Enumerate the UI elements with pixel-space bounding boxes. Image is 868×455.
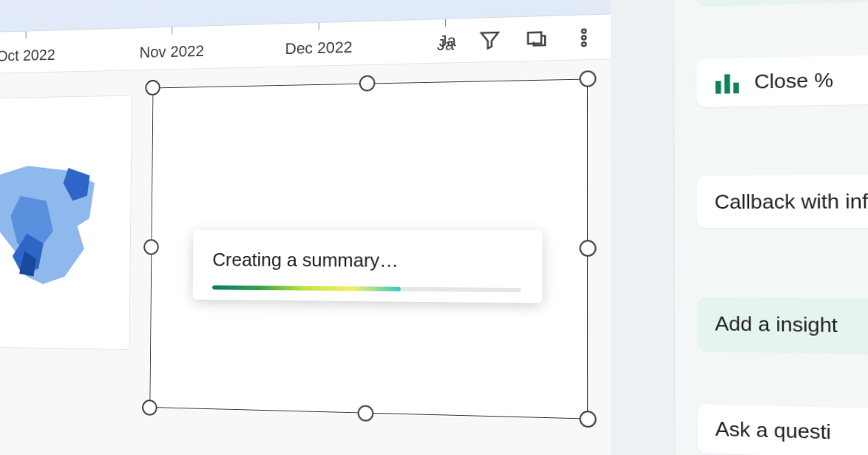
progress-bar <box>212 286 521 293</box>
svg-point-2 <box>582 36 586 39</box>
svg-rect-4 <box>716 81 722 93</box>
svg-point-3 <box>582 42 586 46</box>
us-map-icon <box>0 152 105 293</box>
loading-message: Creating a summary… <box>212 249 521 273</box>
visual-toolbar: Ja <box>439 21 597 58</box>
resize-handle-bottom-center[interactable] <box>358 405 374 422</box>
suggestion-chip[interactable]: Add a insight <box>697 297 868 356</box>
resize-handle-bottom-left[interactable] <box>142 400 157 416</box>
chip-label: Callback with influence on <box>714 186 868 216</box>
timeline-tick: Oct 2022 <box>0 30 55 65</box>
filter-icon[interactable] <box>477 27 503 53</box>
bar-chart-icon <box>714 72 742 94</box>
progress-bar-fill <box>212 286 401 291</box>
chip-label: Add a insight <box>715 310 838 340</box>
svg-point-1 <box>582 29 586 33</box>
resize-handle-top-right[interactable] <box>580 70 597 87</box>
svg-rect-6 <box>733 82 739 93</box>
chip-label: Close % <box>754 68 833 93</box>
suggestion-chip[interactable]: Callback with influence on <box>697 174 868 229</box>
svg-rect-5 <box>725 74 730 93</box>
chip-label: Ask a questi <box>715 417 831 444</box>
selected-visual[interactable]: Creating a summary… <box>149 71 595 427</box>
resize-handle-middle-left[interactable] <box>143 239 159 255</box>
suggestion-chip[interactable]: Close % <box>696 52 868 107</box>
suggestion-chip[interactable]: Ask a questi <box>697 404 868 455</box>
loading-toast: Creating a summary… <box>193 230 543 303</box>
report-canvas: Oct 2022 Nov 2022 Dec 2022 Ja Ja <box>0 0 611 455</box>
suggestion-chip[interactable]: What a <box>696 0 868 6</box>
resize-handle-middle-right[interactable] <box>580 240 597 257</box>
visual-placeholder[interactable]: Creating a summary… <box>149 79 588 419</box>
svg-rect-0 <box>528 33 541 44</box>
map-visual[interactable] <box>0 95 132 351</box>
focus-mode-icon[interactable] <box>523 26 549 52</box>
timeline-tick: Dec 2022 <box>285 22 352 58</box>
timeline-tick: Nov 2022 <box>140 27 205 62</box>
more-options-icon[interactable] <box>571 24 597 50</box>
resize-handle-bottom-right[interactable] <box>580 411 597 428</box>
copilot-pane: What a Close % Callback with influence o… <box>674 0 868 455</box>
timeline-tick-partial: Ja <box>439 31 456 50</box>
